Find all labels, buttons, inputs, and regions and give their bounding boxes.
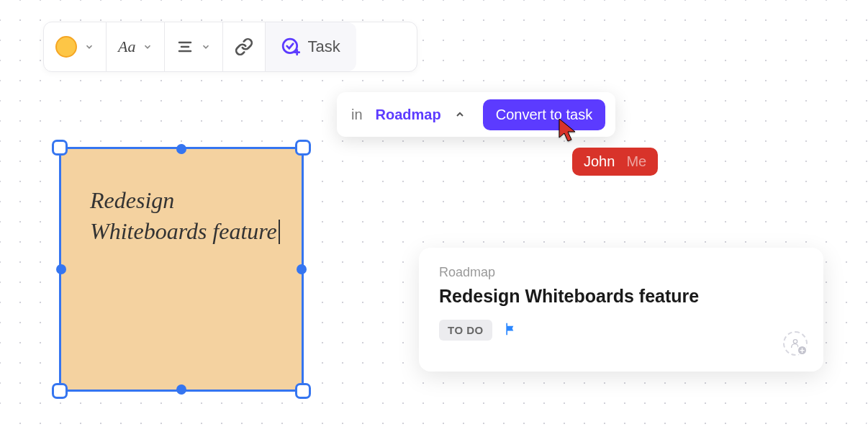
link-icon [235,37,253,56]
sticky-note-selection[interactable]: Redesign Whiteboards feature [52,140,311,399]
align-center-icon [176,38,194,55]
resize-handle-bottom[interactable] [176,384,186,395]
plus-icon: + [797,345,808,356]
chevron-down-icon [201,42,211,52]
resize-handle-top-right[interactable] [295,140,311,156]
remote-cursor-icon [558,117,578,143]
list-name[interactable]: Roadmap [376,107,441,123]
resize-handle-right[interactable] [297,264,307,274]
task-title[interactable]: Redesign Whiteboards feature [439,286,803,307]
color-picker-button[interactable] [44,22,107,71]
resize-handle-bottom-right[interactable] [295,383,311,399]
task-plus-icon [281,37,300,56]
in-label: in [351,107,363,123]
user-name: John [584,153,615,170]
link-button[interactable] [223,22,266,71]
font-picker-button[interactable]: Aa [107,22,165,71]
convert-task-button[interactable]: Task [266,22,356,71]
sticky-note[interactable]: Redesign Whiteboards feature [59,147,304,392]
add-assignee-button[interactable]: + [783,331,808,356]
resize-handle-bottom-left[interactable] [52,383,68,399]
color-swatch-icon [55,36,77,58]
font-icon: Aa [118,37,135,56]
svg-point-6 [793,340,797,343]
chevron-up-icon[interactable] [454,109,470,120]
align-picker-button[interactable] [165,22,223,71]
resize-handle-left[interactable] [56,264,66,274]
chevron-down-icon [143,42,153,52]
convert-to-task-button[interactable]: Convert to task [483,99,606,130]
status-badge[interactable]: TO DO [439,320,492,341]
resize-handle-top[interactable] [176,144,186,154]
me-label: Me [626,153,646,170]
task-label: Task [307,37,340,56]
text-caret [279,220,280,244]
priority-flag-icon[interactable] [504,322,518,339]
task-breadcrumb[interactable]: Roadmap [439,265,803,280]
resize-handle-top-left[interactable] [52,140,68,156]
task-footer: TO DO [439,320,803,341]
sticky-note-text[interactable]: Redesign Whiteboards feature [90,185,280,247]
collaborator-label: John Me [572,148,658,176]
task-card[interactable]: Roadmap Redesign Whiteboards feature TO … [419,248,823,372]
format-toolbar: Aa Task [43,22,417,72]
chevron-down-icon [84,42,94,52]
